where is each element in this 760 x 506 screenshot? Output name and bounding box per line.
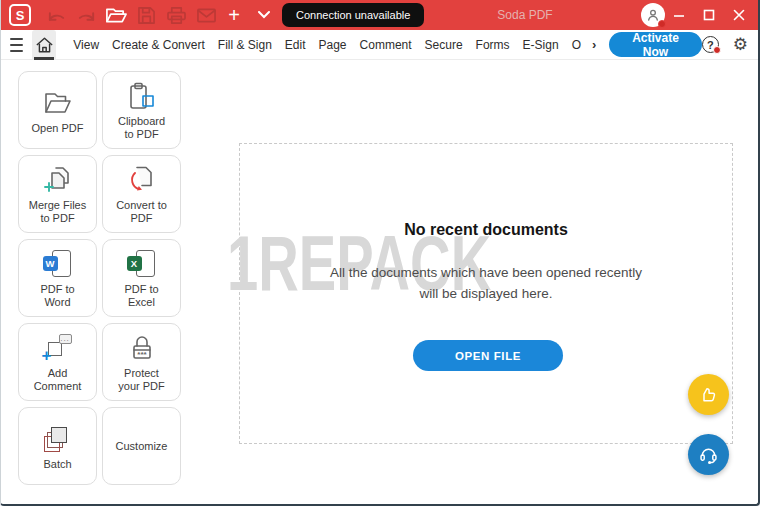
support-fab[interactable] [688, 434, 729, 475]
thumbs-up-icon [699, 385, 719, 405]
help-button[interactable]: ? [702, 36, 719, 53]
tile-add-comment[interactable]: + ... Add Comment [18, 323, 97, 401]
save-icon [138, 7, 155, 24]
email-icon [197, 8, 216, 23]
print-button[interactable] [163, 0, 189, 30]
convert-page-icon [128, 163, 155, 197]
undo-icon [47, 8, 66, 23]
plus-icon: + [228, 5, 240, 25]
lock-icon: *** [129, 331, 155, 365]
tile-label: Convert to PDF [116, 199, 167, 225]
tab-page[interactable]: Page [319, 38, 347, 52]
add-comment-icon: + ... [43, 331, 73, 365]
tab-home[interactable] [32, 30, 56, 60]
toolbar-expand-button[interactable] [251, 0, 277, 30]
add-tool-button[interactable]: + [221, 0, 247, 30]
tab-fill-sign[interactable]: Fill & Sign [218, 38, 272, 52]
window-controls [664, 0, 754, 30]
open-file-button[interactable]: OPEN FILE [413, 340, 563, 371]
tile-label: Clipboard to PDF [118, 115, 165, 141]
comment-bubble-icon: ... [59, 334, 72, 344]
gear-icon: ⚙ [733, 35, 748, 54]
maximize-button[interactable] [694, 0, 724, 30]
connection-status-badge: Connection unavailable [282, 3, 424, 27]
headset-icon [698, 444, 719, 465]
svg-text:***: *** [137, 350, 147, 359]
open-file-toolbar-button[interactable] [103, 0, 129, 30]
menubar-right: ? ⚙ [702, 36, 748, 53]
tile-protect-your-pdf[interactable]: *** Protect your PDF [102, 323, 181, 401]
close-button[interactable] [724, 0, 754, 30]
minimize-icon [673, 9, 685, 21]
tile-pdf-to-excel[interactable]: X PDF to Excel [102, 239, 181, 317]
titlebar: S [1, 0, 758, 30]
tile-merge-files-to-pdf[interactable]: Merge Files to PDF [18, 155, 97, 233]
help-notification-dot [713, 46, 721, 54]
batch-stack-icon [43, 422, 73, 456]
close-icon [733, 9, 745, 21]
excel-document-icon: X [127, 247, 157, 281]
user-avatar[interactable] [641, 3, 665, 27]
redo-icon [77, 8, 96, 23]
word-document-icon: W [43, 247, 73, 281]
activate-now-button[interactable]: Activate Now [609, 32, 701, 57]
tile-customize[interactable]: Customize [102, 407, 181, 485]
tile-clipboard-to-pdf[interactable]: Clipboard to PDF [102, 71, 181, 149]
tile-batch[interactable]: Batch [18, 407, 97, 485]
quick-actions-grid: Open PDF Clipboard to PDF Merge File [18, 71, 181, 485]
tab-secure[interactable]: Secure [425, 38, 463, 52]
tile-label: Add Comment [34, 367, 82, 393]
tile-convert-to-pdf[interactable]: Convert to PDF [102, 155, 181, 233]
chevron-down-icon [258, 11, 270, 19]
maximize-icon [703, 9, 715, 21]
minimize-button[interactable] [664, 0, 694, 30]
menu-overflow-chevron[interactable]: › [592, 37, 596, 52]
menubar: View Create & Convert Fill & Sign Edit P… [1, 30, 758, 60]
feedback-fab[interactable] [688, 374, 729, 415]
merge-pages-icon [43, 163, 73, 197]
tab-comment[interactable]: Comment [360, 38, 412, 52]
redo-button[interactable] [73, 0, 99, 30]
window-title: Soda PDF [469, 0, 581, 30]
home-icon [36, 37, 53, 53]
tile-pdf-to-word[interactable]: W PDF to Word [18, 239, 97, 317]
settings-button[interactable]: ⚙ [733, 36, 748, 53]
tab-esign[interactable]: E-Sign [523, 38, 559, 52]
menu-items: View Create & Convert Fill & Sign Edit P… [73, 37, 596, 52]
undo-button[interactable] [43, 0, 69, 30]
tab-view[interactable]: View [73, 38, 99, 52]
app-logo: S [9, 4, 31, 26]
tile-label: PDF to Excel [124, 283, 158, 309]
print-icon [167, 7, 186, 24]
empty-state-subtitle: All the documents which have been opened… [239, 263, 733, 304]
open-folder-icon [105, 7, 127, 24]
tab-edit[interactable]: Edit [285, 38, 306, 52]
tile-label: Protect your PDF [118, 367, 164, 393]
tile-label: Open PDF [32, 122, 84, 135]
email-button[interactable] [193, 0, 219, 30]
tile-open-pdf[interactable]: Open PDF [18, 71, 97, 149]
tab-forms[interactable]: Forms [476, 38, 510, 52]
save-button[interactable] [133, 0, 159, 30]
tile-label: Merge Files to PDF [29, 199, 86, 225]
menu-button[interactable] [10, 30, 23, 60]
open-folder-icon [43, 86, 73, 120]
tile-label: PDF to Word [40, 283, 74, 309]
empty-state-title: No recent documents [239, 221, 733, 239]
tile-label: Batch [43, 458, 71, 471]
hamburger-icon [10, 38, 23, 40]
soda-pdf-window: S [0, 0, 760, 506]
tab-create-convert[interactable]: Create & Convert [112, 38, 205, 52]
clipboard-icon [128, 79, 155, 113]
tile-label: Customize [116, 440, 168, 453]
tab-ocr-truncated[interactable]: O [572, 38, 581, 52]
active-tab-indicator [34, 57, 54, 60]
